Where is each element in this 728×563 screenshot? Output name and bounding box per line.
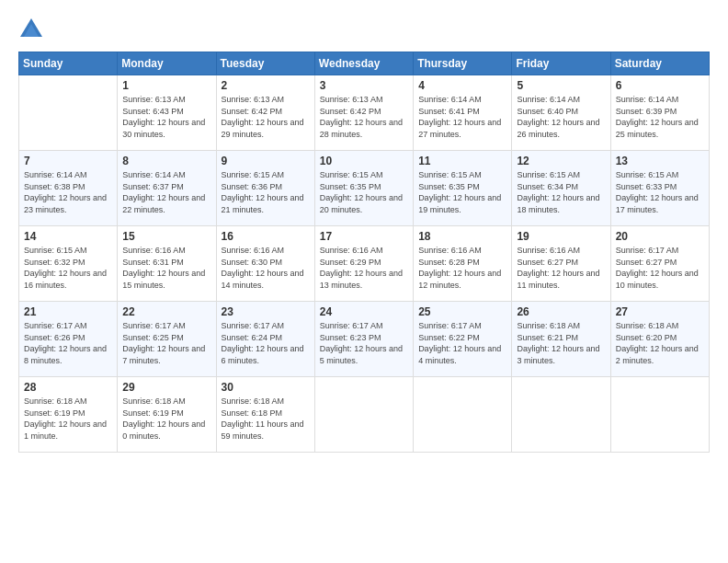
day-info: Sunrise: 6:17 AMSunset: 6:27 PMDaylight:… — [616, 245, 704, 291]
day-info: Sunrise: 6:15 AMSunset: 6:36 PMDaylight:… — [222, 169, 310, 215]
calendar-cell: 9Sunrise: 6:15 AMSunset: 6:36 PMDaylight… — [216, 151, 314, 226]
day-number: 28 — [24, 381, 112, 394]
day-number: 9 — [222, 155, 310, 167]
header-row: SundayMondayTuesdayWednesdayThursdayFrid… — [19, 52, 710, 75]
day-info: Sunrise: 6:15 AMSunset: 6:34 PMDaylight:… — [517, 169, 605, 215]
calendar-cell — [512, 377, 610, 453]
day-info: Sunrise: 6:13 AMSunset: 6:42 PMDaylight:… — [222, 94, 310, 140]
day-info: Sunrise: 6:15 AMSunset: 6:35 PMDaylight:… — [320, 169, 408, 215]
week-row-0: 1Sunrise: 6:13 AMSunset: 6:43 PMDaylight… — [19, 75, 710, 151]
header-monday: Monday — [118, 52, 216, 75]
day-info: Sunrise: 6:16 AMSunset: 6:30 PMDaylight:… — [222, 245, 310, 291]
day-info: Sunrise: 6:16 AMSunset: 6:28 PMDaylight:… — [418, 245, 506, 291]
calendar-cell: 23Sunrise: 6:17 AMSunset: 6:24 PMDayligh… — [216, 302, 314, 377]
calendar-cell: 13Sunrise: 6:15 AMSunset: 6:33 PMDayligh… — [610, 151, 709, 226]
header-wednesday: Wednesday — [314, 52, 413, 75]
calendar-cell: 29Sunrise: 6:18 AMSunset: 6:19 PMDayligh… — [118, 377, 216, 453]
day-info: Sunrise: 6:14 AMSunset: 6:38 PMDaylight:… — [24, 169, 112, 215]
calendar-cell: 8Sunrise: 6:14 AMSunset: 6:37 PMDaylight… — [118, 151, 216, 226]
day-number: 5 — [517, 79, 605, 92]
calendar-cell: 30Sunrise: 6:18 AMSunset: 6:18 PMDayligh… — [216, 377, 314, 453]
calendar-cell: 22Sunrise: 6:17 AMSunset: 6:25 PMDayligh… — [118, 302, 216, 377]
day-number: 1 — [122, 79, 210, 92]
day-number: 26 — [517, 305, 605, 318]
day-number: 2 — [222, 79, 310, 92]
calendar-cell: 6Sunrise: 6:14 AMSunset: 6:39 PMDaylight… — [610, 75, 709, 151]
calendar-cell: 12Sunrise: 6:15 AMSunset: 6:34 PMDayligh… — [512, 151, 610, 226]
header — [18, 17, 710, 42]
calendar-cell: 27Sunrise: 6:18 AMSunset: 6:20 PMDayligh… — [610, 302, 709, 377]
day-number: 27 — [616, 305, 704, 318]
day-number: 3 — [320, 79, 408, 92]
day-info: Sunrise: 6:17 AMSunset: 6:23 PMDaylight:… — [320, 320, 408, 366]
day-info: Sunrise: 6:13 AMSunset: 6:43 PMDaylight:… — [122, 94, 210, 140]
day-number: 13 — [616, 155, 704, 167]
calendar-body: 1Sunrise: 6:13 AMSunset: 6:43 PMDaylight… — [19, 75, 710, 453]
day-info: Sunrise: 6:18 AMSunset: 6:18 PMDaylight:… — [222, 396, 310, 442]
day-number: 17 — [320, 230, 408, 243]
calendar-cell — [19, 75, 118, 151]
calendar-cell: 18Sunrise: 6:16 AMSunset: 6:28 PMDayligh… — [414, 226, 512, 302]
day-number: 15 — [122, 230, 210, 243]
week-row-1: 7Sunrise: 6:14 AMSunset: 6:38 PMDaylight… — [19, 151, 710, 226]
calendar-cell: 5Sunrise: 6:14 AMSunset: 6:40 PMDaylight… — [512, 75, 610, 151]
header-saturday: Saturday — [610, 52, 709, 75]
calendar-cell: 26Sunrise: 6:18 AMSunset: 6:21 PMDayligh… — [512, 302, 610, 377]
day-info: Sunrise: 6:18 AMSunset: 6:20 PMDaylight:… — [616, 320, 704, 366]
day-info: Sunrise: 6:14 AMSunset: 6:37 PMDaylight:… — [122, 169, 210, 215]
day-number: 4 — [418, 79, 506, 92]
day-number: 30 — [222, 381, 310, 394]
header-sunday: Sunday — [19, 52, 118, 75]
day-number: 25 — [418, 305, 506, 318]
header-friday: Friday — [512, 52, 610, 75]
day-info: Sunrise: 6:18 AMSunset: 6:19 PMDaylight:… — [24, 396, 112, 442]
day-number: 24 — [320, 305, 408, 318]
calendar-cell: 25Sunrise: 6:17 AMSunset: 6:22 PMDayligh… — [414, 302, 512, 377]
day-info: Sunrise: 6:16 AMSunset: 6:29 PMDaylight:… — [320, 245, 408, 291]
day-info: Sunrise: 6:18 AMSunset: 6:19 PMDaylight:… — [122, 396, 210, 442]
day-number: 29 — [122, 381, 210, 394]
week-row-4: 28Sunrise: 6:18 AMSunset: 6:19 PMDayligh… — [19, 377, 710, 453]
calendar-cell: 14Sunrise: 6:15 AMSunset: 6:32 PMDayligh… — [19, 226, 118, 302]
week-row-3: 21Sunrise: 6:17 AMSunset: 6:26 PMDayligh… — [19, 302, 710, 377]
calendar-cell: 15Sunrise: 6:16 AMSunset: 6:31 PMDayligh… — [118, 226, 216, 302]
day-info: Sunrise: 6:16 AMSunset: 6:27 PMDaylight:… — [517, 245, 605, 291]
day-info: Sunrise: 6:18 AMSunset: 6:21 PMDaylight:… — [517, 320, 605, 366]
calendar-cell: 21Sunrise: 6:17 AMSunset: 6:26 PMDayligh… — [19, 302, 118, 377]
day-number: 8 — [122, 155, 210, 167]
day-number: 7 — [24, 155, 112, 167]
day-info: Sunrise: 6:15 AMSunset: 6:35 PMDaylight:… — [418, 169, 506, 215]
day-number: 20 — [616, 230, 704, 243]
calendar-cell: 19Sunrise: 6:16 AMSunset: 6:27 PMDayligh… — [512, 226, 610, 302]
day-number: 6 — [616, 79, 704, 92]
calendar-cell: 28Sunrise: 6:18 AMSunset: 6:19 PMDayligh… — [19, 377, 118, 453]
calendar-header: SundayMondayTuesdayWednesdayThursdayFrid… — [19, 52, 710, 75]
header-tuesday: Tuesday — [216, 52, 314, 75]
day-info: Sunrise: 6:14 AMSunset: 6:40 PMDaylight:… — [517, 94, 605, 140]
calendar-cell: 11Sunrise: 6:15 AMSunset: 6:35 PMDayligh… — [414, 151, 512, 226]
calendar-cell: 4Sunrise: 6:14 AMSunset: 6:41 PMDaylight… — [414, 75, 512, 151]
logo-icon — [18, 17, 44, 42]
calendar-cell — [314, 377, 413, 453]
calendar-cell: 16Sunrise: 6:16 AMSunset: 6:30 PMDayligh… — [216, 226, 314, 302]
day-info: Sunrise: 6:17 AMSunset: 6:26 PMDaylight:… — [24, 320, 112, 366]
page: SundayMondayTuesdayWednesdayThursdayFrid… — [0, 0, 728, 563]
calendar-cell: 10Sunrise: 6:15 AMSunset: 6:35 PMDayligh… — [314, 151, 413, 226]
day-number: 16 — [222, 230, 310, 243]
header-thursday: Thursday — [414, 52, 512, 75]
calendar-cell: 24Sunrise: 6:17 AMSunset: 6:23 PMDayligh… — [314, 302, 413, 377]
calendar-table: SundayMondayTuesdayWednesdayThursdayFrid… — [18, 52, 710, 453]
day-number: 14 — [24, 230, 112, 243]
day-info: Sunrise: 6:17 AMSunset: 6:22 PMDaylight:… — [418, 320, 506, 366]
calendar-cell: 17Sunrise: 6:16 AMSunset: 6:29 PMDayligh… — [314, 226, 413, 302]
day-number: 19 — [517, 230, 605, 243]
day-info: Sunrise: 6:14 AMSunset: 6:41 PMDaylight:… — [418, 94, 506, 140]
week-row-2: 14Sunrise: 6:15 AMSunset: 6:32 PMDayligh… — [19, 226, 710, 302]
day-info: Sunrise: 6:13 AMSunset: 6:42 PMDaylight:… — [320, 94, 408, 140]
calendar-cell: 3Sunrise: 6:13 AMSunset: 6:42 PMDaylight… — [314, 75, 413, 151]
calendar-cell: 7Sunrise: 6:14 AMSunset: 6:38 PMDaylight… — [19, 151, 118, 226]
logo — [18, 17, 48, 42]
day-info: Sunrise: 6:17 AMSunset: 6:24 PMDaylight:… — [222, 320, 310, 366]
day-number: 21 — [24, 305, 112, 318]
day-info: Sunrise: 6:16 AMSunset: 6:31 PMDaylight:… — [122, 245, 210, 291]
